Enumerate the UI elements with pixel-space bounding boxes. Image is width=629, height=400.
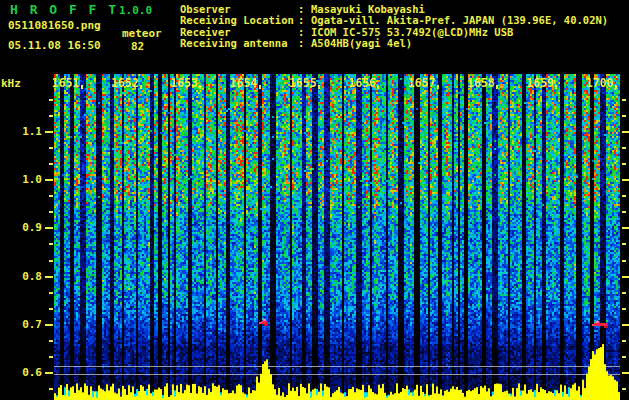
- y-tick-right: [622, 211, 626, 213]
- y-tick-left: [49, 163, 53, 165]
- y-tick-label-0.9: 0.9: [4, 221, 42, 234]
- spectrogram-plot: [54, 74, 620, 400]
- x-tick-label-1654: 1654: [218, 76, 258, 90]
- y-axis-unit-label: kHz: [1, 77, 21, 90]
- y-tick-right: [622, 292, 626, 294]
- y-tick-left: [49, 99, 53, 101]
- x-tick-mark: [259, 85, 261, 89]
- x-tick-mark: [199, 85, 201, 89]
- y-tick-left: [49, 195, 53, 197]
- spectrogram-canvas: [54, 74, 620, 400]
- y-tick-left: [49, 356, 53, 358]
- y-tick-label-0.6: 0.6: [4, 366, 42, 379]
- y-tick-left: [49, 115, 53, 117]
- echo-count: 82: [131, 40, 144, 53]
- y-tick-right: [622, 227, 629, 229]
- y-tick-right: [622, 163, 626, 165]
- y-tick-left: [49, 292, 53, 294]
- y-tick-right: [622, 340, 626, 342]
- y-tick-left: [49, 243, 53, 245]
- y-tick-right: [622, 388, 626, 390]
- x-tick-mark: [615, 85, 617, 89]
- y-tick-left: [49, 147, 53, 149]
- info-label: Receiving antenna: [180, 38, 298, 49]
- hrofft-screen: H R O F F T 1.0.0 0511081650.png meteor …: [0, 0, 629, 400]
- y-tick-right: [622, 131, 629, 133]
- y-tick-right: [622, 147, 626, 149]
- x-tick-mark: [496, 85, 498, 89]
- app-title: H R O F F T: [10, 2, 118, 17]
- y-tick-right: [622, 243, 626, 245]
- x-tick-label-1700: 1700: [574, 76, 614, 90]
- y-tick-left: [45, 179, 53, 181]
- x-tick-label-1657: 1657: [396, 76, 436, 90]
- y-tick-right: [622, 308, 626, 310]
- y-tick-label-1.1: 1.1: [4, 125, 42, 138]
- y-tick-left: [45, 131, 53, 133]
- x-tick-label-1655: 1655: [277, 76, 317, 90]
- y-tick-right: [622, 195, 626, 197]
- y-tick-right: [622, 260, 626, 262]
- x-tick-label-1656: 1656: [336, 76, 376, 90]
- y-tick-label-0.7: 0.7: [4, 318, 42, 331]
- x-tick-mark: [318, 85, 320, 89]
- info-row-receiving-antenna: Receiving antenna:A504HB(yagi 4el): [180, 38, 608, 49]
- datetime-label: 05.11.08 16:50: [8, 39, 101, 52]
- y-tick-right: [622, 115, 626, 117]
- y-tick-right: [622, 372, 629, 374]
- y-tick-right: [622, 324, 629, 326]
- x-tick-mark: [81, 85, 83, 89]
- output-filename: 0511081650.png: [8, 19, 101, 32]
- y-tick-left: [49, 211, 53, 213]
- y-tick-right: [622, 99, 626, 101]
- x-tick-label-1659: 1659: [514, 76, 554, 90]
- mode-label: meteor: [122, 27, 162, 40]
- y-tick-left: [45, 372, 53, 374]
- y-tick-right: [622, 179, 629, 181]
- x-tick-label-1653: 1653: [158, 76, 198, 90]
- info-colon: :: [298, 38, 311, 49]
- x-tick-label-1651: 1651: [40, 76, 80, 90]
- y-tick-left: [45, 324, 53, 326]
- y-tick-label-1.0: 1.0: [4, 173, 42, 186]
- app-version: 1.0.0: [119, 4, 152, 17]
- x-tick-mark: [555, 85, 557, 89]
- x-tick-mark: [377, 85, 379, 89]
- y-tick-right: [622, 276, 629, 278]
- y-tick-left: [45, 276, 53, 278]
- y-tick-label-0.8: 0.8: [4, 270, 42, 283]
- y-tick-left: [49, 308, 53, 310]
- y-tick-right: [622, 356, 626, 358]
- x-tick-mark: [140, 85, 142, 89]
- x-tick-mark: [437, 85, 439, 89]
- x-tick-label-1658: 1658: [455, 76, 495, 90]
- x-tick-label-1652: 1652: [99, 76, 139, 90]
- y-tick-left: [49, 340, 53, 342]
- y-tick-left: [49, 260, 53, 262]
- info-value: A504HB(yagi 4el): [311, 38, 412, 49]
- station-info: Observer:Masayuki KobayashiReceiving Loc…: [180, 4, 608, 50]
- y-tick-left: [45, 227, 53, 229]
- y-tick-left: [49, 388, 53, 390]
